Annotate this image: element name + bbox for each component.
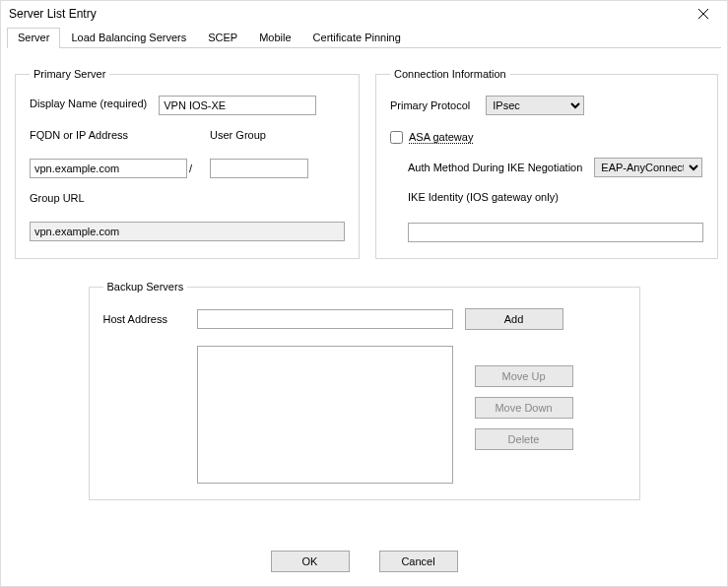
connection-info-legend: Connection Information [390,68,510,80]
group-url-label: Group URL [30,192,345,204]
backup-servers-group: Backup Servers Host Address Add Move Up … [89,281,640,500]
primary-server-legend: Primary Server [30,68,109,80]
close-button[interactable] [688,3,719,25]
primary-protocol-select[interactable]: IPsec [486,96,584,115]
display-name-input[interactable] [159,96,316,115]
tab-bar: Server Load Balancing Servers SCEP Mobil… [7,27,721,48]
tab-cert-pinning[interactable]: Certificate Pinning [302,28,412,48]
primary-protocol-label: Primary Protocol [390,99,470,111]
asa-gateway-checkbox[interactable] [390,131,403,144]
auth-method-select[interactable]: EAP-AnyConnect [594,158,702,177]
primary-server-group: Primary Server Display Name (required) F… [15,68,360,259]
delete-button[interactable]: Delete [475,428,573,450]
move-up-button[interactable]: Move Up [475,365,573,387]
fqdn-label: FQDN or IP Address [30,129,194,141]
ok-button[interactable]: OK [271,551,350,572]
close-icon [698,9,708,19]
user-group-input[interactable] [210,159,308,178]
tab-server[interactable]: Server [7,28,60,48]
content-area: Primary Server Display Name (required) F… [1,48,727,510]
window-title: Server List Entry [9,7,97,21]
dialog-buttons: OK Cancel [1,551,727,572]
add-button[interactable]: Add [465,308,563,330]
backup-server-list[interactable] [197,346,453,484]
host-address-label: Host Address [103,313,185,325]
backup-servers-legend: Backup Servers [103,281,188,293]
ike-identity-label: IKE Identity (IOS gateway only) [408,191,559,203]
move-down-button[interactable]: Move Down [475,397,573,419]
user-group-label: User Group [210,129,308,141]
fqdn-input[interactable] [30,159,187,178]
group-url-input [30,222,345,241]
ike-identity-input[interactable] [408,223,703,242]
server-list-entry-dialog: Server List Entry Server Load Balancing … [0,0,728,587]
connection-info-group: Connection Information Primary Protocol … [375,68,718,259]
display-name-label: Display Name (required) [30,98,147,109]
tab-load-balancing[interactable]: Load Balancing Servers [60,28,197,48]
fqdn-slash: / [187,163,194,174]
asa-gateway-label: ASA gateway [409,131,473,144]
host-address-input[interactable] [197,309,453,329]
cancel-button[interactable]: Cancel [379,551,458,572]
tab-scep[interactable]: SCEP [197,28,248,48]
tab-mobile[interactable]: Mobile [248,28,301,48]
titlebar: Server List Entry [1,1,727,27]
auth-method-label: Auth Method During IKE Negotiation [408,162,582,173]
